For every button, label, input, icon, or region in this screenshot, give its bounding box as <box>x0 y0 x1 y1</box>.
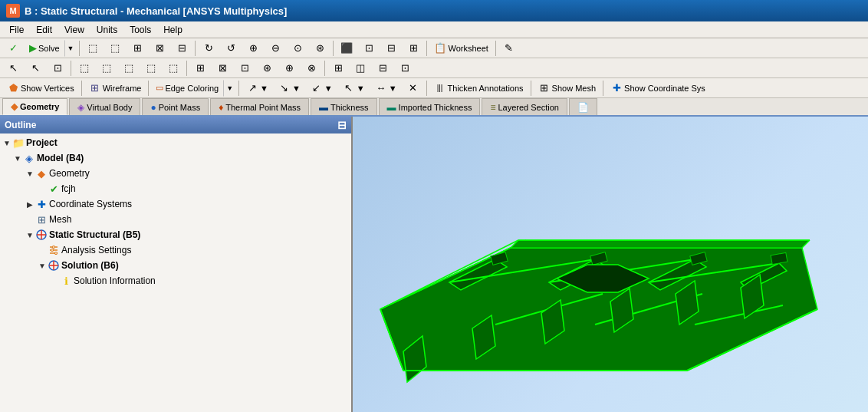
tb-icon-btn-15[interactable]: ⊞ <box>403 40 424 57</box>
expand-analysis-settings[interactable] <box>37 245 48 255</box>
expand-solution[interactable]: ▼ <box>37 260 48 271</box>
menu-help[interactable]: Help <box>157 23 189 37</box>
sep13 <box>531 81 531 96</box>
sel-btn-8[interactable]: ⊞ <box>189 60 211 77</box>
expand-project[interactable]: ▼ <box>2 137 12 148</box>
tb-icon-btn-8[interactable]: ⊕ <box>242 40 264 57</box>
tb-icon-btn-2[interactable]: ⬚ <box>104 40 126 57</box>
sel-btn-15[interactable]: ◫ <box>350 60 371 77</box>
ctx-tab-point-mass[interactable]: ● Point Mass <box>142 98 209 115</box>
tb-icon-btn-12[interactable]: ⬛ <box>336 40 357 57</box>
tb-icon-btn-7[interactable]: ↺ <box>220 40 242 57</box>
sel-btn-16[interactable]: ⊟ <box>372 60 393 77</box>
tb-icon-btn-13[interactable]: ⊡ <box>358 40 380 57</box>
sel-btn-2[interactable]: ⊡ <box>47 60 68 77</box>
sel-btn-17[interactable]: ⊡ <box>394 60 416 77</box>
sel-btn-3[interactable]: ⬚ <box>74 60 95 77</box>
solve-button[interactable]: ▶ Solve <box>25 40 64 57</box>
sel-btn-11[interactable]: ⊛ <box>256 60 278 77</box>
sel-icon-15: ◫ <box>354 62 367 74</box>
tb-icon-btn-9[interactable]: ⊖ <box>265 40 286 57</box>
tb-icon-btn-11[interactable]: ⊛ <box>309 40 330 57</box>
worksheet-button[interactable]: 📋 Worksheet <box>429 40 492 57</box>
expand-fcjh[interactable] <box>37 183 48 194</box>
direction-btn-6[interactable]: ✕ <box>403 80 424 97</box>
edge-coloring-dropdown[interactable]: ▭ Edge Coloring ▼ <box>151 80 236 97</box>
outline-collapse-btn[interactable]: ⊟ <box>337 119 347 131</box>
sel-btn-1[interactable]: ↖ <box>25 60 46 77</box>
direction-btn-2[interactable]: ↘▼ <box>274 80 305 97</box>
tb-icon-btn-1[interactable]: ⬚ <box>82 40 104 57</box>
direction-btn-5[interactable]: ↔▼ <box>370 80 402 97</box>
edge-coloring-button[interactable]: ▭ Edge Coloring <box>151 80 223 97</box>
ctx-tab-geometry[interactable]: ◆ Geometry <box>2 98 67 115</box>
ctx-tab-layered-section[interactable]: ≡ Layered Section <box>482 98 567 115</box>
sel-icon-8: ⊞ <box>194 62 206 74</box>
app-icon: M <box>6 4 20 18</box>
tb-icon-btn-16[interactable]: ✎ <box>498 40 520 57</box>
expand-model[interactable]: ▼ <box>12 153 23 163</box>
direction-btn-3[interactable]: ↙▼ <box>306 80 337 97</box>
project-label: Project <box>26 137 58 148</box>
tree-node-static-structural[interactable]: ▼ Static Structural (B5) <box>0 227 351 242</box>
direction-btn-4[interactable]: ↖▼ <box>338 80 370 97</box>
sel-btn-9[interactable]: ⊠ <box>212 60 233 77</box>
tree-node-solution[interactable]: ▼ Solution (B6) <box>0 258 351 273</box>
dir-arr-4: ▼ <box>357 84 365 93</box>
tb-icon-btn-10[interactable]: ⊙ <box>287 40 308 57</box>
expand-mesh[interactable] <box>25 214 35 225</box>
menu-view[interactable]: View <box>58 23 90 37</box>
menu-units[interactable]: Units <box>90 23 123 37</box>
expand-static-structural[interactable]: ▼ <box>25 229 35 240</box>
tb-icon-btn-5[interactable]: ⊟ <box>171 40 192 57</box>
tb-icon-btn-6[interactable]: ↻ <box>198 40 219 57</box>
tree-node-model[interactable]: ▼ ◈ Model (B4) <box>0 150 351 166</box>
direction-btn-1[interactable]: ↗▼ <box>242 80 273 97</box>
tree-node-analysis-settings[interactable]: Analysis Settings <box>0 242 351 258</box>
sel-cursor-btn[interactable]: ↖ <box>2 60 24 77</box>
ctx-tab-imported-thickness[interactable]: ▬ Imported Thickness <box>379 98 481 115</box>
solve-dropdown-arrow[interactable]: ▼ <box>64 40 77 57</box>
static-structural-icon <box>35 229 48 241</box>
tb-icon-btn-3[interactable]: ⊞ <box>127 40 148 57</box>
context-tabs-bar: ◆ Geometry ◈ Virtual Body ● Point Mass ♦… <box>0 98 868 117</box>
ctx-tab-doc[interactable]: 📄 <box>569 98 597 115</box>
menu-tools[interactable]: Tools <box>123 23 157 37</box>
sel-btn-13[interactable]: ⊗ <box>301 60 322 77</box>
sel-btn-10[interactable]: ⊡ <box>234 60 255 77</box>
svg-point-8 <box>51 249 54 252</box>
show-mesh-button[interactable]: ⊞ Show Mesh <box>534 80 600 97</box>
sel-btn-5[interactable]: ⬚ <box>118 60 140 77</box>
layered-section-tab-icon: ≡ <box>490 102 495 113</box>
tb-icon-btn-14[interactable]: ⊟ <box>380 40 402 57</box>
ctx-tab-thickness[interactable]: ▬ Thickness <box>311 98 377 115</box>
thicken-annotations-button[interactable]: ||| Thicken Annotations <box>429 80 528 97</box>
sel-btn-12[interactable]: ⊕ <box>278 60 300 77</box>
sel-btn-4[interactable]: ⬚ <box>96 60 117 77</box>
tree-node-geometry[interactable]: ▼ ◆ Geometry <box>0 166 351 181</box>
solve-dropdown[interactable]: ▶ Solve ▼ <box>25 40 77 57</box>
validate-button[interactable]: ✓ <box>2 40 24 57</box>
tree-node-coord-sys[interactable]: ▶ ✚ Coordinate Systems <box>0 196 351 212</box>
edge-coloring-arrow[interactable]: ▼ <box>223 80 236 97</box>
tree-node-fcjh[interactable]: ✔ fcjh <box>0 181 351 196</box>
tb-icon-btn-4[interactable]: ⊠ <box>149 40 170 57</box>
wireframe-button[interactable]: ⊞ Wireframe <box>84 80 146 97</box>
ctx-tab-virtual-body[interactable]: ◈ Virtual Body <box>69 98 140 115</box>
show-vertices-button[interactable]: ⬟ Show Vertices <box>2 80 79 97</box>
sel-btn-6[interactable]: ⬚ <box>140 60 162 77</box>
tree-node-solution-info[interactable]: ℹ Solution Information <box>0 273 351 288</box>
tree-node-mesh[interactable]: ⊞ Mesh <box>0 212 351 227</box>
expand-geometry[interactable]: ▼ <box>25 168 35 179</box>
expand-solution-info[interactable] <box>49 275 60 286</box>
menu-edit[interactable]: Edit <box>30 23 58 37</box>
sep11 <box>238 81 239 96</box>
sel-btn-7[interactable]: ⬚ <box>163 60 184 77</box>
sel-btn-14[interactable]: ⊞ <box>327 60 349 77</box>
ctx-tab-thermal-point-mass[interactable]: ♦ Thermal Point Mass <box>210 98 309 115</box>
show-coordinate-sys-button[interactable]: ✚ Show Coordinate Sys <box>606 80 710 97</box>
dir-arr-1: ▼ <box>260 84 268 93</box>
menu-file[interactable]: File <box>3 23 30 37</box>
expand-coord-sys[interactable]: ▶ <box>25 199 35 209</box>
tree-node-project[interactable]: ▼ 📁 Project <box>0 135 351 150</box>
